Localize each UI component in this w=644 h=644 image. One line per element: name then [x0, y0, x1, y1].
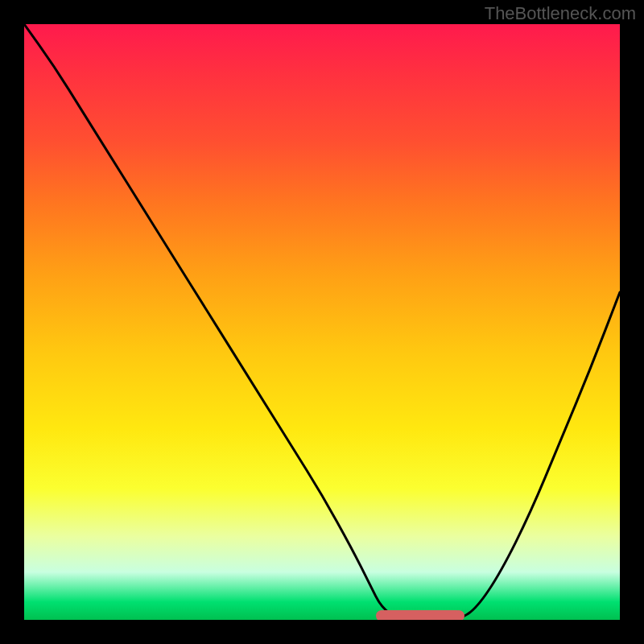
optimum-range-bar: [378, 610, 462, 620]
chart-plot-area: [24, 24, 620, 620]
optimum-dot-left: [376, 610, 387, 620]
optimum-dot-right: [453, 610, 464, 620]
chart-curve-svg: [24, 24, 620, 620]
watermark-text: TheBottleneck.com: [485, 3, 636, 24]
bottleneck-curve: [24, 24, 620, 620]
